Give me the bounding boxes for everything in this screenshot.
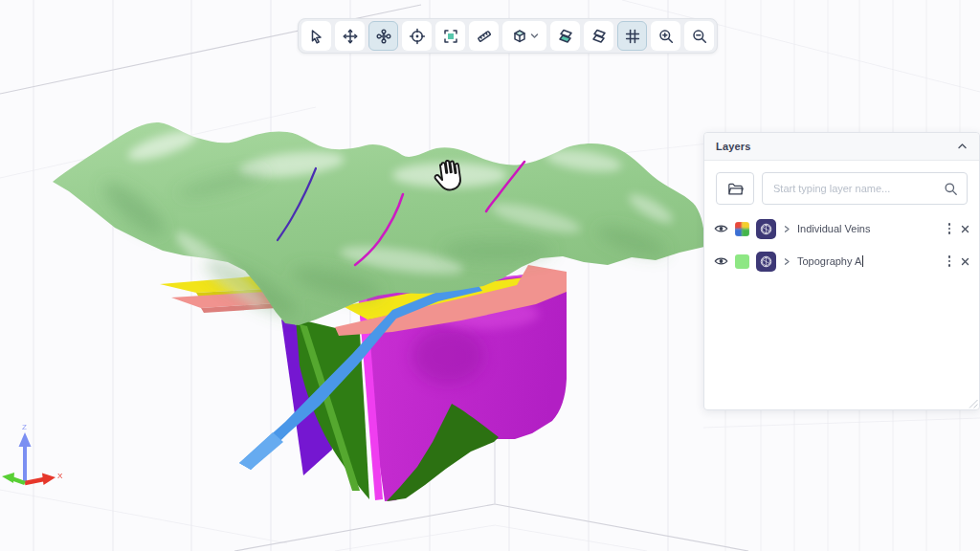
slice-planes-filled-icon [557, 28, 574, 45]
layer-menu-kebab-icon[interactable] [945, 253, 955, 269]
layers-panel-title: Layers [716, 141, 751, 152]
visibility-eye-icon[interactable] [714, 223, 728, 234]
layer-color-swatch-green[interactable] [735, 254, 749, 269]
visibility-eye-icon[interactable] [714, 255, 728, 267]
expand-layer-chevron[interactable] [783, 225, 791, 233]
zoom-out-icon [691, 28, 708, 45]
slice-tool-button[interactable] [550, 21, 580, 51]
slicer-outline-tool-button[interactable] [584, 21, 613, 51]
grid-tool-button[interactable] [617, 21, 647, 51]
axis-gizmo: Z X [2, 423, 63, 485]
layer-row-individual-veins[interactable]: Individual Veins [704, 212, 979, 245]
axis-z-label: Z [22, 423, 27, 431]
axis-x-label: X [57, 472, 63, 480]
panel-resize-handle[interactable] [968, 398, 978, 408]
grid-icon [624, 28, 641, 45]
layer-menu-kebab-icon[interactable] [945, 221, 955, 236]
ruler-icon [476, 28, 493, 45]
layers-search-row [704, 161, 979, 212]
remove-layer-button[interactable] [961, 257, 969, 266]
open-folder-button[interactable] [716, 172, 754, 205]
zoom-in-button[interactable] [651, 21, 680, 51]
cursor-arrow-icon [308, 28, 325, 45]
layer-row-topography[interactable]: Topography A [704, 245, 979, 277]
slice-planes-outline-icon [590, 28, 608, 45]
mesh-type-icon [756, 252, 776, 272]
close-icon [961, 257, 969, 266]
viewport-3d[interactable]: Z X [0, 0, 980, 551]
zoom-to-area-tool-button[interactable] [435, 21, 465, 51]
move-icon [342, 28, 359, 45]
layer-search-box[interactable] [762, 172, 968, 205]
remove-layer-button[interactable] [961, 225, 969, 233]
folder-icon [727, 182, 744, 196]
layer-name-edit-field[interactable]: Topography A [797, 255, 938, 267]
marquee-zoom-icon [442, 28, 459, 45]
layers-panel: Layers [703, 132, 980, 410]
pan-tool-button[interactable] [335, 21, 365, 51]
select-tool-button[interactable] [301, 21, 331, 51]
close-icon [961, 225, 969, 233]
viewer-toolbar [298, 18, 718, 54]
look-around-tool-button[interactable] [402, 21, 432, 51]
view-orientation-button[interactable] [502, 21, 546, 51]
orbit-rotate-icon [375, 28, 392, 45]
chevron-up-icon [957, 143, 968, 150]
layers-panel-header[interactable]: Layers [704, 133, 979, 161]
search-icon [944, 182, 958, 196]
text-caret [862, 255, 863, 267]
orbit-tool-button[interactable] [368, 21, 398, 51]
zoom-out-button[interactable] [684, 21, 714, 51]
view-cube-icon [511, 28, 528, 45]
chevron-down-icon [530, 32, 539, 40]
target-icon [409, 28, 426, 45]
layer-search-input[interactable] [771, 182, 944, 195]
layer-label[interactable]: Individual Veins [797, 223, 938, 234]
topography-surface[interactable] [53, 122, 704, 326]
zoom-in-icon [657, 28, 675, 45]
mesh-type-icon [756, 219, 776, 239]
expand-layer-chevron[interactable] [783, 257, 791, 266]
layer-color-swatch-multicolor[interactable] [735, 222, 749, 236]
measure-tool-button[interactable] [469, 21, 499, 51]
collapse-panel-button[interactable] [957, 143, 968, 150]
